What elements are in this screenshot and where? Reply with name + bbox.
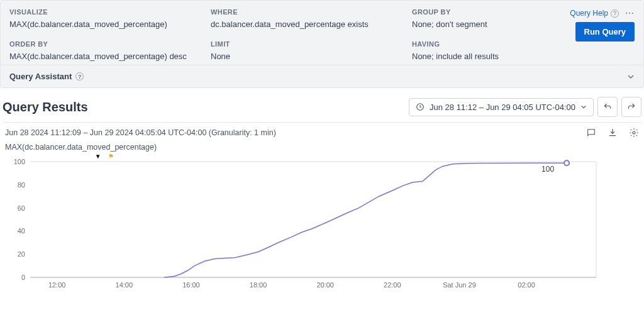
query-assistant-toggle[interactable]: Query Assistant ? [0,65,644,88]
more-menu-button[interactable]: ⋯ [625,8,635,18]
limit-value: None [211,52,412,61]
query-assistant-label: Query Assistant [9,72,72,81]
svg-text:02:00: 02:00 [518,281,535,289]
undo-button[interactable] [597,97,618,117]
chart-title: MAX(dc.balancer.data_moved_percentage) [5,143,639,152]
limit-clause[interactable]: LIMIT None [211,40,412,61]
limit-label: LIMIT [211,40,412,48]
gear-icon [629,128,639,138]
groupby-clause[interactable]: GROUP BY None; don't segment [412,8,569,29]
orderby-clause[interactable]: ORDER BY MAX(dc.balancer.data_moved_perc… [9,40,211,61]
svg-point-1 [633,131,635,134]
where-value: dc.balancer.data_moved_percentage exists [211,19,412,29]
results-title: Query Results [3,100,88,114]
download-button[interactable] [608,128,618,138]
having-label: HAVING [412,40,569,48]
query-help-text: Query Help [570,9,608,18]
timestamp-row: Jun 28 2024 11:12:09 – Jun 29 2024 04:05… [0,128,644,138]
undo-icon [603,103,612,111]
marker-caret-icon[interactable]: ▼ [95,153,101,160]
svg-text:16:00: 16:00 [182,281,200,289]
where-label: WHERE [211,8,412,16]
timestamp-text: Jun 28 2024 11:12:09 – Jun 29 2024 04:05… [5,128,276,137]
svg-text:100: 100 [14,159,25,165]
orderby-value: MAX(dc.balancer.data_moved_percentage) d… [9,52,211,61]
chevron-down-icon [627,73,635,80]
comment-icon [586,128,596,138]
help-icon: ? [611,9,619,18]
chevron-down-icon [580,104,587,110]
svg-text:20:00: 20:00 [316,281,334,289]
line-chart[interactable]: 02040608010012:0014:0016:0018:0020:0022:… [5,159,634,291]
time-range-text: Jun 28 11:12 – Jun 29 04:05 UTC-04:00 [430,103,575,112]
chart-markers: ▼⚑ [5,153,639,159]
redo-button[interactable] [621,97,641,117]
query-help-link[interactable]: Query Help ? [570,9,619,18]
divider [3,122,641,123]
svg-text:80: 80 [18,181,25,189]
marker-flag-icon[interactable]: ⚑ [108,153,114,160]
help-icon: ? [75,72,84,80]
having-value: None; include all results [412,52,569,61]
svg-text:40: 40 [18,227,25,235]
svg-text:14:00: 14:00 [116,281,133,289]
where-clause[interactable]: WHERE dc.balancer.data_moved_percentage … [211,8,412,29]
time-range-button[interactable]: Jun 28 11:12 – Jun 29 04:05 UTC-04:00 [409,98,594,116]
download-icon [608,128,618,138]
visualize-clause[interactable]: VISUALIZE MAX(dc.balancer.data_moved_per… [9,8,211,29]
svg-text:22:00: 22:00 [384,281,401,289]
settings-button[interactable] [629,128,639,138]
redo-icon [627,103,636,111]
svg-text:100: 100 [541,165,554,174]
clock-icon [416,103,425,111]
svg-text:20: 20 [18,250,25,258]
visualize-value: MAX(dc.balancer.data_moved_percentage) [9,19,211,29]
orderby-label: ORDER BY [9,40,211,48]
svg-text:12:00: 12:00 [48,281,66,289]
chart-area: MAX(dc.balancer.data_moved_percentage) ▼… [0,143,644,291]
results-header: Query Results Jun 28 11:12 – Jun 29 04:0… [0,97,644,117]
run-query-button[interactable]: Run Query [575,22,635,42]
svg-text:0: 0 [21,274,25,281]
having-clause[interactable]: HAVING None; include all results [412,40,569,61]
query-builder-panel: VISUALIZE MAX(dc.balancer.data_moved_per… [0,0,644,65]
groupby-value: None; don't segment [412,19,569,29]
svg-point-19 [564,160,569,165]
svg-text:Sat Jun 29: Sat Jun 29 [443,281,476,289]
visualize-label: VISUALIZE [9,8,211,16]
svg-text:18:00: 18:00 [250,281,267,289]
comment-button[interactable] [586,128,596,138]
groupby-label: GROUP BY [412,8,569,16]
svg-text:60: 60 [18,204,25,212]
